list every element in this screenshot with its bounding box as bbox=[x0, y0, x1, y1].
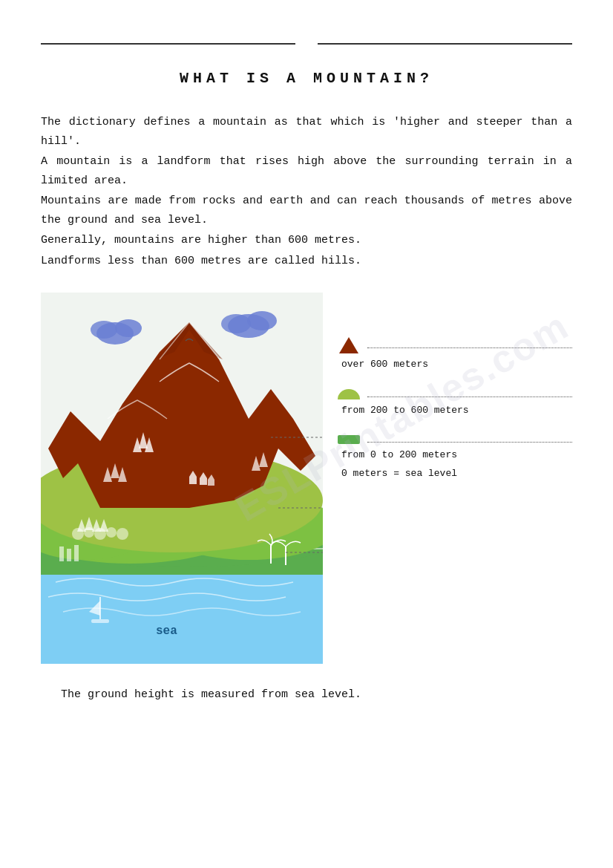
svg-rect-16 bbox=[200, 478, 207, 485]
svg-point-41 bbox=[91, 321, 117, 339]
svg-point-40 bbox=[115, 319, 142, 337]
svg-rect-35 bbox=[74, 545, 79, 561]
header-line-1 bbox=[41, 30, 295, 45]
svg-rect-34 bbox=[67, 549, 71, 561]
legend-label-4: 0 meters = sea level bbox=[338, 466, 572, 482]
triangle-symbol bbox=[338, 337, 360, 353]
svg-point-30 bbox=[117, 528, 128, 540]
mountain-svg: sea bbox=[41, 293, 323, 664]
diagram-section: sea over 600 meters bbox=[41, 293, 572, 664]
flat-symbol bbox=[338, 435, 360, 444]
sea-label: sea bbox=[156, 624, 177, 638]
intro-text: The dictionary defines a mountain as tha… bbox=[41, 113, 572, 270]
svg-point-44 bbox=[221, 314, 251, 333]
legend-label-2: from 200 to 600 meters bbox=[338, 403, 572, 419]
svg-rect-38 bbox=[91, 619, 109, 623]
triangle-icon bbox=[339, 337, 358, 353]
svg-point-28 bbox=[94, 528, 106, 540]
svg-rect-14 bbox=[189, 477, 197, 484]
svg-rect-18 bbox=[208, 480, 214, 486]
legend-dots-3 bbox=[367, 437, 572, 443]
legend-dots-2 bbox=[367, 391, 572, 397]
flat-icon bbox=[338, 435, 360, 444]
page-title: WHAT IS A MOUNTAIN? bbox=[41, 67, 572, 91]
legend-item-flat: from 0 to 200 meters 0 meters = sea leve… bbox=[338, 435, 572, 483]
intro-p2: A mountain is a landform that rises high… bbox=[41, 152, 572, 190]
legend-section: over 600 meters from 200 to 600 meters f… bbox=[338, 293, 572, 498]
svg-point-43 bbox=[247, 311, 277, 330]
intro-p3: Mountains are made from rocks and earth … bbox=[41, 192, 572, 229]
hill-symbol bbox=[338, 389, 360, 399]
footer-label: The ground height is measured from sea l… bbox=[61, 688, 361, 701]
intro-p5: Landforms less than 600 metres are calle… bbox=[41, 252, 572, 271]
footer-text: The ground height is measured from sea l… bbox=[41, 686, 572, 704]
svg-point-26 bbox=[72, 528, 84, 540]
legend-label-3: from 0 to 200 meters bbox=[338, 448, 572, 463]
mountain-illustration: sea bbox=[41, 293, 323, 664]
legend-item-hill: from 200 to 600 meters bbox=[338, 389, 572, 419]
svg-rect-33 bbox=[59, 546, 64, 561]
legend-dots-1 bbox=[367, 342, 572, 348]
intro-p4: Generally, mountains are higher than 600… bbox=[41, 231, 572, 250]
header-lines bbox=[41, 30, 572, 45]
legend-item-mountain: over 600 meters bbox=[338, 337, 572, 373]
legend-label-1: over 600 meters bbox=[338, 357, 572, 373]
header-line-2 bbox=[318, 30, 572, 45]
intro-p1: The dictionary defines a mountain as tha… bbox=[41, 113, 572, 151]
svg-point-29 bbox=[106, 527, 117, 538]
hill-icon bbox=[338, 389, 360, 399]
svg-point-27 bbox=[84, 527, 94, 538]
